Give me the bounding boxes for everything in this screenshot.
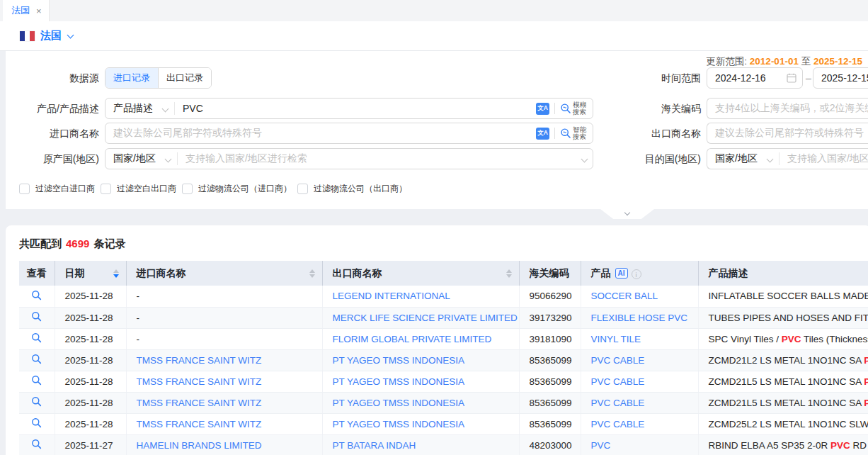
results-summary: 共匹配到4699条记录 — [19, 237, 125, 251]
exporter-link[interactable]: PT YAGEO TMSS INDONESIA — [333, 376, 465, 387]
info-icon[interactable]: i — [632, 269, 641, 279]
filter-logistics-importer-checkbox[interactable]: 过滤物流公司（进口商） — [182, 183, 292, 195]
chevron-down-icon — [624, 210, 630, 215]
translate-icon[interactable]: 文A — [536, 103, 549, 115]
exporter-link[interactable]: FLORIM GLOBAL PRIVATE LIMITED — [333, 334, 492, 344]
sort-exporter[interactable] — [506, 269, 512, 278]
origin-country-select[interactable]: 国家/地区 — [105, 149, 177, 169]
importer-link[interactable]: TMSS FRANCE SAINT WITZ — [137, 355, 262, 366]
hs-code-cell: 39181090 — [519, 328, 581, 349]
exporter-cell: PT YAGEO TMSS INDONESIA — [322, 371, 519, 392]
update-range-to: 至 — [801, 56, 811, 67]
importer-input-group[interactable]: 建议去除公司尾部字符或特殊符号 文A 智能搜索 — [105, 123, 593, 144]
product-link[interactable]: FLEXIBLE HOSE PVC — [591, 313, 688, 323]
date-start-input[interactable]: 2024-12-16 — [707, 67, 803, 89]
product-link[interactable]: PVC CABLE — [591, 355, 645, 366]
product-link[interactable]: PVC CABLE — [591, 376, 645, 387]
table-row: 2025-11-28TMSS FRANCE SAINT WITZPT YAGEO… — [19, 371, 868, 392]
checkbox-icon[interactable] — [182, 184, 193, 194]
date-cell: 2025-11-27 — [55, 434, 126, 455]
exporter-link[interactable]: LEGEND INTERNATIONAL — [333, 291, 450, 301]
importer-empty: - — [137, 334, 140, 344]
importer-link[interactable]: TMSS FRANCE SAINT WITZ — [137, 376, 262, 387]
import-records-tab[interactable]: 进口记录 — [105, 68, 158, 88]
export-records-tab[interactable]: 出口记录 — [158, 68, 211, 88]
hs-code-cell: 85365099 — [519, 392, 581, 413]
filter-blank-exporter-checkbox[interactable]: 过滤空白出口商 — [101, 183, 176, 195]
view-cell[interactable] — [19, 349, 55, 371]
exporter-link[interactable]: PT YAGEO TMSS INDONESIA — [333, 419, 465, 429]
exporter-link[interactable]: PT YAGEO TMSS INDONESIA — [333, 398, 465, 408]
product-link[interactable]: PVC CABLE — [591, 398, 645, 408]
chevron-down-icon[interactable] — [67, 31, 74, 38]
hs-code-input[interactable]: 支持4位以上海关编码，或2位海关编码加... — [707, 98, 868, 119]
sort-date[interactable] — [113, 269, 119, 278]
description-cell: ZCMD21L2 LS METAL 1NO1NC SA P... — [698, 349, 868, 371]
importer-link[interactable]: HAMELIN BRANDS LIMITED — [137, 440, 262, 451]
chevron-down-icon — [766, 155, 773, 162]
results-table: 查看 日期 进口商名称 出口商名称 海关编码 产品AIi 产品描述 2025-1… — [19, 261, 868, 455]
data-source-label: 数据源 — [6, 67, 99, 89]
col-product: 产品AIi — [581, 261, 698, 286]
view-cell[interactable] — [19, 392, 55, 413]
country-title[interactable]: 法国 — [40, 29, 62, 43]
update-range-label: 更新范围: — [706, 56, 747, 67]
checkbox-icon[interactable] — [101, 184, 111, 194]
exporter-input[interactable]: 建议去除公司尾部字符或特殊符号 — [707, 123, 868, 144]
product-field-select[interactable]: 产品描述 — [105, 99, 174, 118]
date-end-input[interactable]: 2025-12-15 — [813, 67, 868, 89]
product-cell: SOCCER BALL — [581, 286, 698, 307]
exporter-link[interactable]: PT YAGEO TMSS INDONESIA — [333, 355, 465, 366]
product-link[interactable]: VINYL TILE — [591, 334, 641, 344]
product-search-input[interactable]: PVC — [175, 103, 536, 114]
summary-prefix: 共匹配到 — [19, 237, 62, 249]
destination-placeholder[interactable]: 支持输入国家/地区进行检索 — [780, 152, 868, 165]
origin-placeholder[interactable]: 支持输入国家/地区进行检索 — [178, 152, 582, 165]
importer-cell: - — [126, 328, 322, 349]
importer-link[interactable]: TMSS FRANCE SAINT WITZ — [137, 398, 262, 408]
hs-code-cell: 95066290 — [519, 286, 581, 307]
filter-logistics-exporter-checkbox[interactable]: 过滤物流公司（出口商） — [297, 183, 407, 195]
hs-code-cell: 85365099 — [519, 349, 581, 371]
date-cell: 2025-11-28 — [55, 349, 126, 371]
filter-blank-importer-checkbox[interactable]: 过滤空白进口商 — [19, 183, 95, 195]
tab-close-icon[interactable]: × — [36, 6, 42, 16]
product-link[interactable]: PVC CABLE — [591, 419, 645, 429]
checkbox-icon[interactable] — [19, 184, 30, 194]
destination-country-select[interactable]: 国家/地区 — [707, 149, 779, 169]
importer-link[interactable]: TMSS FRANCE SAINT WITZ — [137, 419, 262, 429]
chevron-down-icon — [164, 155, 171, 162]
tab-title: 法国 — [11, 4, 30, 17]
view-cell[interactable] — [19, 434, 55, 455]
product-label: 产品/产品描述 — [6, 98, 99, 119]
tab-france[interactable]: 法国 × — [3, 0, 50, 21]
date-range-separator: – — [804, 72, 813, 84]
view-cell[interactable] — [19, 307, 55, 328]
view-cell[interactable] — [19, 286, 55, 307]
product-cell: PVC CABLE — [581, 392, 698, 413]
view-cell[interactable] — [19, 328, 55, 349]
checkbox-icon[interactable] — [297, 184, 308, 194]
table-row: 2025-11-28-LEGEND INTERNATIONAL95066290S… — [19, 286, 868, 307]
importer-label: 进口商名称 — [6, 123, 99, 144]
date-end-value: 2025-12-15 — [813, 72, 868, 84]
translate-icon[interactable]: 文A — [536, 128, 549, 140]
time-range-label: 时间范围 — [559, 67, 701, 89]
collapse-handle[interactable] — [600, 209, 654, 219]
view-cell[interactable] — [19, 413, 55, 434]
description-cell: INFLATABLE SOCCER BALLS MADE O... — [698, 286, 868, 307]
summary-count: 4699 — [66, 237, 89, 249]
product-link[interactable]: PVC — [591, 440, 611, 451]
product-link[interactable]: SOCCER BALL — [591, 291, 658, 301]
sort-importer[interactable] — [309, 269, 315, 278]
exporter-link[interactable]: MERCK LIFE SCIENCE PRIVATE LIMITED — [333, 313, 518, 323]
col-importer: 进口商名称 — [126, 261, 322, 286]
description-cell: TUBES PIPES AND HOSES AND FITTI... — [698, 307, 868, 328]
checkbox-label: 过滤空白出口商 — [117, 183, 176, 195]
table-row: 2025-11-28TMSS FRANCE SAINT WITZPT YAGEO… — [19, 413, 868, 434]
hs-code-label: 海关编码 — [559, 98, 701, 119]
exporter-link[interactable]: PT BATARA INDAH — [333, 440, 416, 451]
product-select-value: 产品描述 — [113, 102, 153, 115]
view-cell[interactable] — [19, 371, 55, 392]
exporter-placeholder: 建议去除公司尾部字符或特殊符号 — [707, 127, 868, 140]
